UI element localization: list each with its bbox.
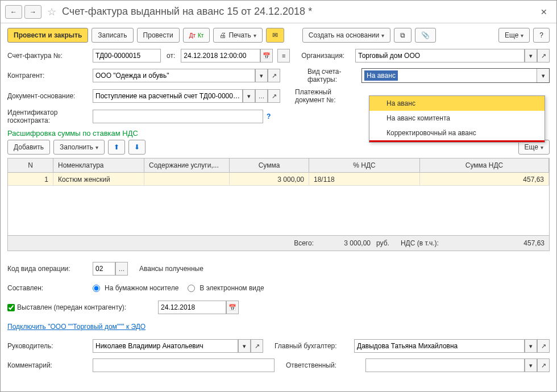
add-row-button[interactable]: Добавить — [7, 140, 50, 155]
favorite-star-icon[interactable]: ☆ — [47, 6, 56, 18]
post-and-close-button[interactable]: Провести и закрыть — [7, 28, 88, 43]
op-code-input[interactable] — [93, 262, 115, 276]
link-button-1[interactable]: ≡ — [277, 49, 290, 62]
org-select-icon[interactable]: ▾ — [525, 49, 537, 62]
from-label: от: — [167, 52, 175, 60]
th-vat-sum: Сумма НДС — [420, 159, 549, 172]
vat-table: N Номенклатура Содержание услуги,... Сум… — [7, 158, 550, 236]
create-based-on-button[interactable]: Создать на основании — [302, 28, 391, 43]
table-row[interactable]: 1 Костюм женский 3 000,00 18/118 457,63 — [8, 173, 549, 186]
counterparty-open-icon[interactable]: ↗ — [268, 69, 280, 82]
totals-row: Всего: 3 000,00 руб. НДС (в т.ч.): 457,6… — [7, 236, 550, 251]
basis-open-icon[interactable]: ↗ — [268, 89, 280, 103]
calendar-icon[interactable]: 📅 — [260, 49, 273, 62]
invoice-type-dropdown-icon[interactable]: ▾ — [537, 69, 549, 82]
responsible-input[interactable] — [365, 358, 525, 372]
red-underline — [369, 140, 544, 142]
basis-label: Документ-основание: — [7, 92, 93, 100]
counterparty-label: Контрагент: — [7, 72, 93, 80]
dd-option-korrektirovochny[interactable]: Корректировочный на аванс — [369, 126, 544, 140]
th-vat-pct: % НДС — [309, 159, 420, 172]
responsible-select-icon[interactable]: ▾ — [525, 358, 537, 372]
invoice-no-input[interactable] — [93, 49, 161, 62]
delivered-calendar-icon[interactable]: 📅 — [226, 301, 239, 314]
edo-link[interactable]: Подключить "ООО ""Торговый дом""" к ЭДО — [7, 323, 146, 331]
radio-paper[interactable]: На бумажном носителе — [93, 284, 178, 292]
window-title: Счет-фактура выданный на аванс 15 от 24.… — [62, 6, 312, 18]
comment-label: Комментарий: — [7, 361, 93, 369]
invoice-type-label: Вид счета-фактуры: — [307, 68, 361, 84]
mail-icon — [272, 31, 278, 39]
dtkt-button[interactable]: ДтКт — [183, 28, 210, 43]
nav-back-button[interactable]: ← — [5, 5, 22, 19]
help-button[interactable]: ? — [533, 28, 550, 43]
org-open-icon[interactable]: ↗ — [537, 49, 550, 62]
delivered-checkbox[interactable]: Выставлен (передан контрагенту): — [7, 303, 158, 311]
counterparty-input[interactable] — [93, 69, 255, 82]
org-label: Организация: — [301, 52, 355, 60]
comment-input[interactable] — [93, 358, 275, 372]
govcontract-help-icon[interactable]: ? — [267, 112, 271, 120]
payment-doc-label: Платежный документ №: — [295, 88, 349, 104]
basis-select-icon[interactable]: ▾ — [243, 89, 255, 103]
attach-button[interactable] — [415, 28, 436, 43]
dd-option-na-avans[interactable]: На аванс — [369, 96, 544, 111]
op-code-label: Код вида операции: — [7, 265, 93, 273]
op-code-select-icon[interactable]: … — [115, 262, 128, 276]
move-up-button[interactable]: ⬆ — [108, 140, 125, 155]
th-n: N — [8, 159, 53, 172]
accountant-label: Главный бухгалтер: — [275, 342, 354, 350]
fill-button[interactable]: Заполнить — [53, 140, 105, 155]
structure-button[interactable]: ⧉ — [394, 28, 411, 43]
responsible-label: Ответственный: — [286, 361, 365, 369]
accountant-input[interactable] — [354, 339, 525, 353]
nav-forward-button[interactable]: → — [24, 5, 41, 19]
th-service: Содержание услуги,... — [144, 159, 230, 172]
basis-input[interactable] — [93, 89, 243, 103]
mail-button[interactable] — [266, 28, 284, 43]
accountant-select-icon[interactable]: ▾ — [525, 339, 537, 353]
invoice-no-label: Счет-фактура №: — [7, 52, 93, 60]
date-input[interactable] — [181, 49, 260, 62]
dd-option-na-avans-komitenta[interactable]: На аванс комитента — [369, 111, 544, 126]
org-input[interactable] — [355, 49, 525, 62]
director-input[interactable] — [93, 339, 238, 353]
attach-icon — [421, 31, 430, 39]
th-sum: Сумма — [230, 159, 309, 172]
op-code-desc: Авансы полученные — [139, 265, 203, 273]
basis-dots-icon[interactable]: … — [255, 89, 268, 103]
th-nomenclature: Номенклатура — [53, 159, 144, 172]
govcontract-input[interactable] — [93, 110, 263, 123]
radio-electronic[interactable]: В электронном виде — [188, 284, 264, 292]
post-button[interactable]: Провести — [137, 28, 180, 43]
director-open-icon[interactable]: ↗ — [251, 339, 263, 353]
print-icon — [219, 31, 226, 39]
director-label: Руководитель: — [7, 342, 93, 350]
accountant-open-icon[interactable]: ↗ — [537, 339, 550, 353]
save-button[interactable]: Записать — [92, 28, 133, 43]
delivered-date-input[interactable] — [158, 301, 226, 314]
print-button[interactable]: Печать — [213, 28, 262, 43]
invoice-type-select[interactable]: На аванс — [362, 70, 537, 81]
more-button[interactable]: Еще — [498, 28, 530, 43]
invoice-type-dropdown-popup: На аванс На аванс комитента Корректирово… — [369, 95, 545, 143]
responsible-open-icon[interactable]: ↗ — [537, 358, 550, 372]
issued-label: Составлен: — [7, 284, 93, 292]
govcontract-label: Идентификатор госконтракта: — [7, 109, 93, 124]
move-down-button[interactable]: ⬇ — [128, 140, 146, 155]
counterparty-select-icon[interactable]: ▾ — [255, 69, 268, 82]
close-icon[interactable]: ✕ — [536, 5, 552, 19]
director-select-icon[interactable]: ▾ — [238, 339, 251, 353]
